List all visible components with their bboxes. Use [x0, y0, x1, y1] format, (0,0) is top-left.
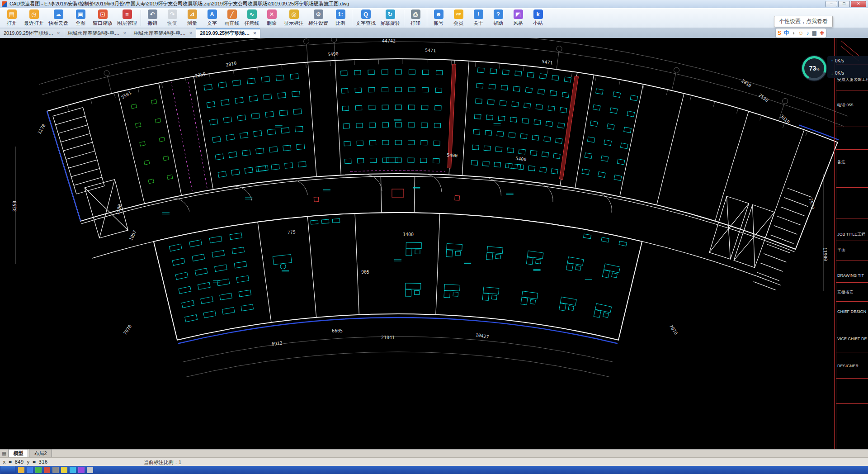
- sogou-logo[interactable]: S: [778, 29, 781, 37]
- 打印-button[interactable]: ⎙打印: [406, 9, 425, 28]
- tab-close-icon[interactable]: ×: [189, 31, 192, 36]
- 风格-button[interactable]: ◩风格: [508, 9, 528, 28]
- close-button[interactable]: ✕: [851, 1, 866, 7]
- svg-text:7070: 7070: [669, 324, 679, 336]
- svg-text:11900: 11900: [822, 247, 828, 261]
- chinese-mode-icon[interactable]: 中: [784, 29, 789, 37]
- speed-value: 0K/s: [835, 58, 844, 63]
- taskbar-icon[interactable]: [87, 467, 93, 473]
- 窗口缩放-button[interactable]: ⊡窗口缩放: [90, 9, 115, 28]
- taskbar-icon[interactable]: [78, 467, 85, 473]
- document-tabbar: 2019.09.25怀宁职场…×桐城水库春晓6#楼-电…×桐城水库春晓4#楼-电…: [0, 28, 868, 38]
- performance-ball-widget[interactable]: 73%: [801, 55, 827, 81]
- toolbar-item-label: 撤销: [147, 20, 157, 27]
- svg-text:6605: 6605: [332, 328, 343, 333]
- document-tab[interactable]: 2019.09.25怀宁职场…×: [196, 28, 260, 38]
- speed-value: 0K/s: [835, 71, 844, 76]
- space-tabs: ▦ 模型 布局2: [0, 449, 868, 457]
- fit-view-icon: ▣: [76, 9, 85, 19]
- undo-icon: ↶: [148, 9, 157, 19]
- taskbar-icon[interactable]: [18, 467, 24, 473]
- titleblock-separator: [836, 378, 868, 379]
- tab-close-icon[interactable]: ×: [123, 31, 126, 36]
- toolbar-separator: [404, 10, 404, 26]
- taskbar-icon[interactable]: [70, 467, 76, 473]
- 屏幕旋转-button[interactable]: ↻屏幕旋转: [378, 9, 402, 28]
- svg-text:2810: 2810: [741, 78, 752, 88]
- scale-icon: 1:: [336, 9, 345, 19]
- 画直线-button[interactable]: ╱画直线: [222, 9, 242, 28]
- svg-text:1057: 1057: [128, 229, 138, 241]
- layout2-tab[interactable]: 布局2: [29, 449, 52, 457]
- os-taskbar: [0, 466, 868, 474]
- document-tab-label: 桐城水库春晓4#楼-电…: [134, 30, 186, 37]
- keyboard-icon[interactable]: ▦: [812, 29, 817, 37]
- titleblock-text: JOB TITLE工程: [837, 232, 865, 237]
- 撤销-button[interactable]: ↶撤销: [142, 9, 162, 28]
- maximize-button[interactable]: □: [838, 1, 850, 7]
- 最近打开-button[interactable]: ◷最近打开: [22, 9, 46, 28]
- draw-line-icon: ╱: [227, 9, 237, 19]
- 关于-button[interactable]: !关于: [468, 9, 488, 28]
- taskbar-icon[interactable]: [27, 467, 33, 473]
- document-tab[interactable]: 桐城水库春晓6#楼-电…×: [64, 28, 130, 38]
- 恢复-button[interactable]: ↷恢复: [162, 9, 182, 28]
- drawing-canvas[interactable]: 4474254905471547128102250559112788250150…: [0, 38, 868, 449]
- 小站-button[interactable]: k小站: [528, 9, 548, 28]
- 账号-button[interactable]: ☻账号: [429, 9, 448, 28]
- style-icon: ◩: [514, 9, 523, 19]
- text-icon: A: [208, 9, 217, 19]
- taskbar-icon[interactable]: [44, 467, 50, 473]
- titleblock-separator: [836, 218, 868, 218]
- titleblock-separator: [836, 301, 868, 302]
- toolbar-separator: [352, 10, 352, 26]
- 文字-button[interactable]: A文字: [202, 9, 222, 28]
- network-speed-box: ↑0K/s↓0K/s: [827, 56, 868, 78]
- taskbar-icon[interactable]: [61, 467, 67, 473]
- 会员-button[interactable]: VIP会员: [448, 9, 468, 28]
- main-toolbar: ▤打开◷最近打开☁快看云盘▣全图⊡窗口缩放≡图层管理↶撤销↷恢复⊿测量A文字╱画…: [0, 8, 868, 28]
- 任意线-button[interactable]: ∿任意线: [242, 9, 262, 28]
- 快看云盘-button[interactable]: ☁快看云盘: [46, 9, 71, 28]
- 打开-button[interactable]: ▤打开: [2, 9, 22, 28]
- emoji-icon[interactable]: ☺: [798, 29, 803, 37]
- titleblock-separator: [836, 282, 868, 283]
- grid-icon: ▦: [2, 450, 6, 456]
- up-arrow-icon: ↑: [831, 58, 833, 63]
- 文字查找-button[interactable]: Q文字查找: [354, 9, 378, 28]
- 标注设置-button[interactable]: ⚙标注设置: [306, 9, 330, 28]
- document-tab[interactable]: 2019.09.25怀宁职场…×: [0, 28, 64, 38]
- titleblock-text: 电话:055: [837, 102, 854, 108]
- 图层管理-button[interactable]: ≡图层管理: [115, 9, 139, 28]
- svg-text:1400: 1400: [403, 232, 414, 237]
- 比例-button[interactable]: 1:比例: [330, 9, 350, 28]
- toolbar-item-label: 测量: [187, 20, 197, 27]
- redo-icon: ↷: [168, 9, 177, 19]
- taskbar-icon[interactable]: [52, 467, 59, 473]
- toolbar-item-label: 窗口缩放: [93, 20, 113, 27]
- 删除-button[interactable]: ✕删除: [262, 9, 282, 28]
- fullwidth-icon[interactable]: ◗: [792, 29, 795, 37]
- 帮助-button[interactable]: ?帮助: [488, 9, 508, 28]
- document-tab[interactable]: 桐城水库春晓4#楼-电…×: [130, 28, 196, 38]
- 显示标注-button[interactable]: ◎显示标注: [282, 9, 306, 28]
- start-button[interactable]: [1, 466, 15, 474]
- 测量-button[interactable]: ⊿测量: [182, 9, 202, 28]
- titleblock-separator: [836, 90, 868, 90]
- taskbar-icon[interactable]: [35, 467, 42, 473]
- tab-close-icon[interactable]: ×: [57, 31, 60, 36]
- toolbar-item-label: 账号: [434, 20, 443, 27]
- 全图-button[interactable]: ▣全图: [71, 9, 90, 28]
- titlebar: CAD快速看图 - E:\李2019\安装\控制价\2019年9月份\中国人寿\…: [0, 0, 868, 8]
- tab-close-icon[interactable]: ×: [253, 31, 256, 36]
- speed-row: ↓0K/s: [831, 71, 864, 76]
- document-tab-label: 2019.09.25怀宁职场…: [200, 30, 250, 37]
- toolbox-icon[interactable]: ✚: [820, 29, 824, 37]
- toolbar-item-label: 小站: [533, 20, 543, 27]
- toolbar-item-label: 会员: [453, 20, 463, 27]
- toolbar-item-label: 关于: [473, 20, 483, 27]
- mic-icon[interactable]: ♪: [807, 29, 809, 37]
- minimize-button[interactable]: –: [826, 1, 837, 7]
- settings-tooltip[interactable]: 个性设置，点我看看: [774, 16, 833, 27]
- model-tab[interactable]: 模型: [8, 449, 28, 457]
